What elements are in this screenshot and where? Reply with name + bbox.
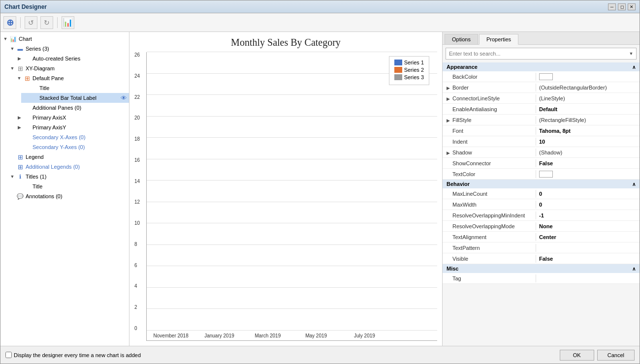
prop-expand-arrow-0-7[interactable]: ▶ [447,151,452,155]
prop-section-collapse-1[interactable]: ∧ [632,182,636,187]
tree-item-default-pane[interactable]: ▼ ⊞ Default Pane [14,73,129,83]
prop-section-name-1: Behavior [447,181,470,187]
y-label-6: 6 [134,263,144,268]
tree-item-xy-diagram[interactable]: ▼ ⊞ XY-Diagram [7,63,129,73]
prop-value-1-6[interactable]: False [536,255,640,263]
expand-arrow-axisx: ▶ [16,115,22,121]
bottom-buttons: OK Cancel [560,350,635,361]
display-designer-checkbox[interactable] [5,352,12,358]
toolbar-separator-1 [20,17,21,28]
x-labels: November 2018January 2019March 2019May 2… [147,330,437,340]
tree-item-titles[interactable]: ▼ ℹ Titles (1) [7,172,129,182]
search-dropdown-button[interactable]: ▼ [626,48,636,59]
cancel-button[interactable]: Cancel [597,350,635,361]
prop-row-1-3[interactable]: ResolveOverlappingModeNone [443,221,640,232]
prop-value-1-1[interactable]: 0 [536,201,640,209]
tree-item-legend[interactable]: ⊞ Legend [7,152,129,162]
tree-label-stacked-bar: Stacked Bar Total Label [39,95,96,101]
prop-value-1-4[interactable]: Center [536,233,640,241]
prop-value-0-7[interactable]: (Shadow) [536,149,640,156]
tab-options[interactable]: Options [445,34,478,44]
prop-value-1-3[interactable]: None [536,222,640,230]
prop-name-0-8: ShowConnector [443,159,536,167]
prop-value-0-3[interactable]: Default [536,105,640,113]
tree-item-chart[interactable]: ▼ 📊 Chart [0,34,129,44]
prop-row-0-3[interactable]: EnableAntialiasingDefault [443,104,640,115]
expand-arrow-add-panes [16,105,22,111]
tree-item-title[interactable]: Title [21,83,129,93]
color-swatch-0-9[interactable] [539,171,553,178]
default-pane-icon: ⊞ [23,74,31,82]
redo-button[interactable]: ↻ [40,16,53,29]
main-area: ▼ 📊 Chart ▼ ▬ Series (3) ▶ Auto-created … [0,32,640,346]
prop-row-0-7[interactable]: ▶Shadow(Shadow) [443,147,640,158]
prop-name-0-9: TextColor [443,170,536,178]
prop-row-0-4[interactable]: ▶FillStyle(RectangleFillStyle) [443,115,640,125]
prop-row-0-5[interactable]: FontTahoma, 8pt [443,125,640,136]
visibility-icon[interactable]: 👁 [121,94,127,102]
prop-value-2-0[interactable] [536,277,640,279]
tree-item-secondary-y[interactable]: Secondary Y-Axes (0) [14,142,129,152]
tree-item-primary-axisx[interactable]: ▶ Primary AxisX [14,113,129,122]
prop-value-0-8[interactable]: False [536,159,640,167]
tree-item-additional-panes[interactable]: Additional Panes (0) [14,103,129,113]
prop-section-header-1[interactable]: Behavior∧ [443,180,640,188]
prop-row-2-0[interactable]: Tag [443,273,640,284]
prop-value-0-6[interactable]: 10 [536,138,640,146]
prop-section-collapse-2[interactable]: ∧ [632,266,636,272]
prop-row-1-5[interactable]: TextPattern [443,243,640,253]
prop-expand-arrow-0-4[interactable]: ▶ [447,118,452,123]
prop-row-0-0[interactable]: BackColor [443,71,640,82]
prop-expand-arrow-0-1[interactable]: ▶ [447,86,452,91]
prop-row-0-2[interactable]: ▶ConnectorLineStyle(LineStyle) [443,93,640,104]
prop-value-1-0[interactable]: 0 [536,190,640,198]
prop-row-0-9[interactable]: TextColor [443,169,640,180]
prop-value-0-1[interactable]: (OutsideRectangularBorder) [536,84,640,91]
prop-row-0-1[interactable]: ▶Border(OutsideRectangularBorder) [443,82,640,93]
prop-value-0-2[interactable]: (LineStyle) [536,94,640,102]
prop-expand-arrow-0-2[interactable]: ▶ [447,96,452,101]
prop-row-1-1[interactable]: MaxWidth0 [443,199,640,210]
expand-arrow-title [23,85,29,91]
prop-value-1-2[interactable]: -1 [536,212,640,219]
tree-item-annotations[interactable]: 💬 Annotations (0) [7,191,129,201]
prop-value-0-5[interactable]: Tahoma, 8pt [536,127,640,135]
prop-row-0-8[interactable]: ShowConnectorFalse [443,158,640,169]
prop-row-1-4[interactable]: TextAlignmentCenter [443,232,640,243]
minimize-button[interactable]: ─ [608,3,616,10]
expand-arrow-xy: ▼ [9,65,15,71]
y-label-14: 14 [134,179,144,184]
chart-area: Monthly Sales By Category 0 2 4 6 8 10 1… [129,32,443,346]
prop-section-header-0[interactable]: Appearance∧ [443,62,640,71]
restore-button[interactable]: ◻ [618,3,626,10]
y-label-20: 20 [134,115,144,121]
ok-button[interactable]: OK [560,350,594,361]
undo-button[interactable]: ↺ [25,16,37,29]
add-button[interactable]: ⊕ [3,16,16,29]
prop-value-0-4[interactable]: (RectangleFillStyle) [536,116,640,124]
prop-row-1-2[interactable]: ResolveOverlappingMinIndent-1 [443,210,640,221]
sec-y-icon [23,143,31,151]
chart-view-button[interactable]: 📊 [62,16,74,29]
prop-value-0-9[interactable] [536,169,640,178]
window-title: Chart Designer [4,3,47,10]
tree-item-additional-legends[interactable]: ⊞ Additional Legends (0) [7,162,129,172]
tree-item-series[interactable]: ▼ ▬ Series (3) [7,44,129,54]
prop-row-1-6[interactable]: VisibleFalse [443,253,640,264]
tree-item-secondary-x[interactable]: Secondary X-Axes (0) [14,132,129,142]
close-button[interactable]: ✕ [628,3,636,10]
tree-item-stacked-bar[interactable]: Stacked Bar Total Label 👁 [21,93,129,103]
prop-section-collapse-0[interactable]: ∧ [632,64,636,70]
prop-row-1-0[interactable]: MaxLineCount0 [443,188,640,199]
tree-item-primary-axisy[interactable]: ▶ Primary AxisY [14,122,129,132]
prop-section-header-2[interactable]: Misc∧ [443,264,640,273]
search-input[interactable] [446,49,626,58]
prop-value-0-0[interactable] [536,72,640,81]
prop-row-0-6[interactable]: Indent10 [443,136,640,147]
tab-properties[interactable]: Properties [479,34,518,45]
tree-item-title-node[interactable]: Title [14,182,129,191]
color-swatch-0-0[interactable] [539,73,553,80]
tree-item-auto-series[interactable]: ▶ Auto-created Series [14,54,129,63]
prop-value-1-5[interactable] [536,247,640,249]
legend-item-2: Series 2 [394,67,424,73]
